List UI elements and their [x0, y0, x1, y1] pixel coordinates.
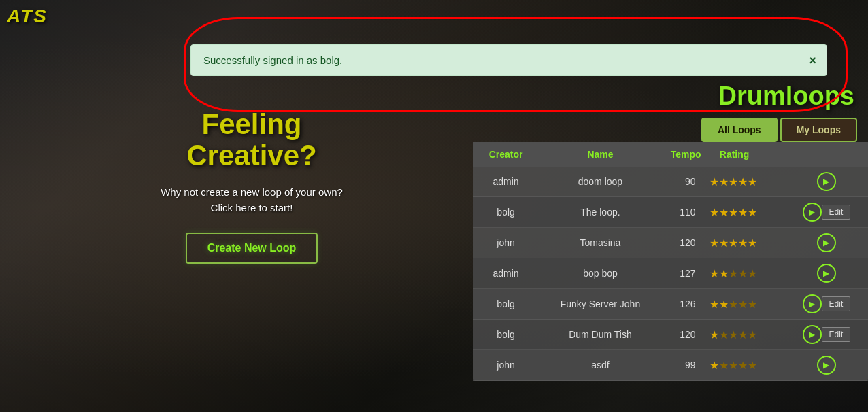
star-filled: ★ — [729, 207, 738, 218]
cell-creator: bolg — [473, 320, 538, 350]
play-button[interactable]: ▶ — [803, 325, 822, 344]
creative-title: Feeling Creative? — [122, 109, 381, 171]
star-empty: ★ — [738, 360, 748, 371]
loops-table: Creator Name Tempo Rating admindoom loop… — [473, 142, 868, 381]
star-empty: ★ — [738, 329, 748, 341]
tab-my-loops[interactable]: My Loops — [780, 118, 857, 142]
cell-name: bop bop — [538, 258, 663, 289]
cell-rating: ★★★★★ — [701, 197, 785, 228]
cell-tempo: 127 — [663, 258, 701, 289]
cell-creator: admin — [473, 167, 538, 197]
table-row: admindoom loop90★★★★★▶ — [473, 167, 868, 197]
header-name: Name — [538, 142, 663, 167]
cell-actions: ▶ — [785, 350, 868, 381]
table-row: adminbop bop127★★★★★▶ — [473, 258, 868, 289]
star-filled: ★ — [710, 207, 719, 218]
cell-name: The loop. — [538, 197, 663, 228]
header-creator: Creator — [473, 142, 538, 167]
star-filled: ★ — [710, 268, 719, 279]
creative-panel: Feeling Creative? Why not create a new l… — [122, 109, 381, 264]
cell-creator: bolg — [473, 289, 538, 320]
star-filled: ★ — [748, 207, 757, 218]
star-filled: ★ — [738, 176, 748, 188]
alert-notification: Successfully signed in as bolg. × — [190, 44, 827, 76]
cell-actions: ▶ — [785, 258, 868, 289]
star-empty: ★ — [748, 360, 757, 371]
cell-name: Funky Server John — [538, 289, 663, 320]
star-empty: ★ — [729, 268, 738, 279]
edit-button[interactable]: Edit — [822, 327, 851, 342]
star-filled: ★ — [738, 237, 748, 249]
star-filled: ★ — [738, 207, 748, 218]
cell-name: Tomasina — [538, 228, 663, 258]
table-row: bolgDum Dum Tish120★★★★★▶Edit — [473, 320, 868, 350]
star-empty: ★ — [729, 329, 738, 341]
cell-rating: ★★★★★ — [701, 289, 785, 320]
header-tempo-rating: Tempo Rating — [663, 142, 785, 167]
star-filled: ★ — [748, 237, 757, 249]
star-empty: ★ — [748, 298, 757, 310]
star-empty: ★ — [738, 268, 748, 279]
cell-actions: ▶Edit — [785, 320, 868, 350]
star-filled: ★ — [729, 237, 738, 249]
cell-rating: ★★★★★ — [701, 228, 785, 258]
cell-name: asdf — [538, 350, 663, 381]
drumloops-title: Drumloops — [473, 82, 868, 111]
cell-creator: john — [473, 350, 538, 381]
cell-creator: admin — [473, 258, 538, 289]
table-row: bolgFunky Server John126★★★★★▶Edit — [473, 289, 868, 320]
star-filled: ★ — [719, 268, 729, 279]
star-empty: ★ — [719, 329, 729, 341]
edit-button[interactable]: Edit — [822, 205, 851, 220]
cell-tempo: 120 — [663, 320, 701, 350]
play-button[interactable]: ▶ — [817, 233, 836, 252]
play-button[interactable]: ▶ — [803, 203, 822, 222]
cell-tempo: 99 — [663, 350, 701, 381]
play-button[interactable]: ▶ — [817, 172, 836, 191]
star-filled: ★ — [710, 298, 719, 310]
cell-rating: ★★★★★ — [701, 258, 785, 289]
table-row: johnTomasina120★★★★★▶ — [473, 228, 868, 258]
star-empty: ★ — [719, 360, 729, 371]
cell-actions: ▶ — [785, 228, 868, 258]
cell-actions: ▶Edit — [785, 289, 868, 320]
cell-name: Dum Dum Tish — [538, 320, 663, 350]
alert-message: Successfully signed in as bolg. — [203, 54, 342, 66]
play-button[interactable]: ▶ — [817, 356, 836, 375]
star-filled: ★ — [719, 237, 729, 249]
tab-all-loops[interactable]: All Loops — [701, 118, 778, 142]
edit-button[interactable]: Edit — [822, 296, 851, 311]
cell-actions: ▶Edit — [785, 197, 868, 228]
star-filled: ★ — [719, 298, 729, 310]
star-empty: ★ — [738, 298, 748, 310]
cell-actions: ▶ — [785, 167, 868, 197]
alert-close-button[interactable]: × — [809, 54, 816, 67]
cell-tempo: 90 — [663, 167, 701, 197]
star-filled: ★ — [710, 360, 719, 371]
table-row: bolgThe loop.110★★★★★▶Edit — [473, 197, 868, 228]
star-filled: ★ — [710, 237, 719, 249]
play-button[interactable]: ▶ — [803, 294, 822, 313]
play-button[interactable]: ▶ — [817, 264, 836, 283]
star-empty: ★ — [748, 268, 757, 279]
logo: ATS — [7, 5, 48, 27]
star-filled: ★ — [719, 176, 729, 188]
cell-tempo: 110 — [663, 197, 701, 228]
cell-name: doom loop — [538, 167, 663, 197]
star-empty: ★ — [748, 329, 757, 341]
tabs-row: All Loops My Loops — [473, 118, 868, 142]
cell-tempo: 126 — [663, 289, 701, 320]
star-filled: ★ — [710, 176, 719, 188]
create-new-loop-button[interactable]: Create New Loop — [186, 233, 318, 264]
cell-tempo: 120 — [663, 228, 701, 258]
cell-rating: ★★★★★ — [701, 167, 785, 197]
table-row: johnasdf99★★★★★▶ — [473, 350, 868, 381]
cell-creator: john — [473, 228, 538, 258]
logo-text: ATS — [7, 5, 48, 27]
star-filled: ★ — [729, 176, 738, 188]
star-filled: ★ — [719, 207, 729, 218]
cell-rating: ★★★★★ — [701, 320, 785, 350]
star-filled: ★ — [748, 176, 757, 188]
header-actions — [785, 142, 868, 167]
star-empty: ★ — [729, 360, 738, 371]
